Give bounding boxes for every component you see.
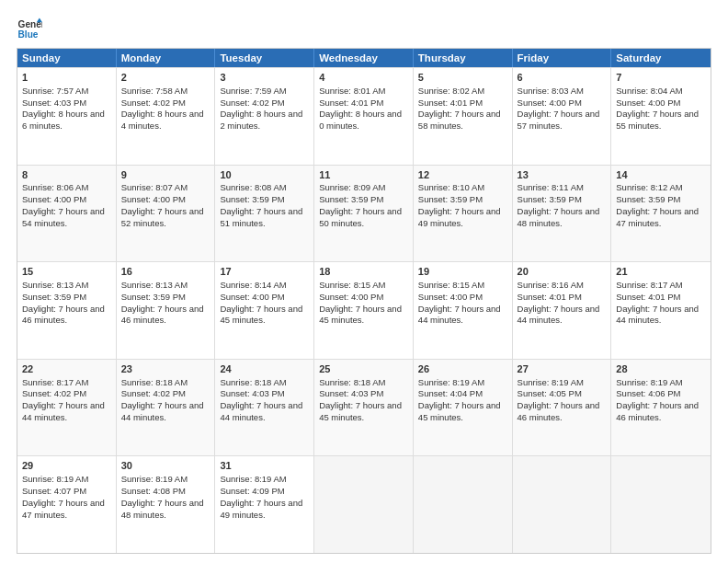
- svg-text:Blue: Blue: [18, 29, 39, 40]
- day-number: 3: [220, 71, 309, 85]
- sunset: Sunset: 4:00 PM: [518, 98, 607, 109]
- daylight: Daylight: 7 hours and 51 minutes.: [220, 206, 309, 230]
- daylight: Daylight: 7 hours and 45 minutes.: [319, 400, 408, 424]
- sunset: Sunset: 4:02 PM: [121, 98, 210, 109]
- sunrise: Sunrise: 8:13 AM: [22, 280, 111, 292]
- daylight: Daylight: 7 hours and 45 minutes.: [319, 304, 408, 327]
- calendar-row: 29Sunrise: 8:19 AMSunset: 4:07 PMDayligh…: [17, 455, 711, 553]
- day-number: 9: [121, 168, 210, 182]
- day-number: 18: [319, 265, 408, 279]
- sunrise: Sunrise: 7:57 AM: [22, 86, 111, 98]
- calendar-cell: 29Sunrise: 8:19 AMSunset: 4:07 PMDayligh…: [17, 456, 117, 553]
- daylight: Daylight: 7 hours and 46 minutes.: [121, 304, 210, 327]
- day-number: 1: [22, 71, 111, 85]
- sunrise: Sunrise: 8:03 AM: [518, 86, 607, 98]
- sunrise: Sunrise: 8:12 AM: [616, 182, 706, 194]
- sunrise: Sunrise: 8:17 AM: [616, 280, 706, 292]
- weekday-header: Wednesday: [314, 49, 414, 67]
- calendar-cell: 27Sunrise: 8:19 AMSunset: 4:05 PMDayligh…: [513, 360, 612, 456]
- sunrise: Sunrise: 8:11 AM: [518, 182, 607, 194]
- day-number: 29: [22, 459, 111, 473]
- daylight: Daylight: 7 hours and 44 minutes.: [418, 304, 507, 327]
- day-number: 12: [418, 168, 507, 182]
- day-number: 10: [220, 168, 309, 182]
- day-number: 14: [616, 168, 706, 182]
- daylight: Daylight: 7 hours and 47 minutes.: [22, 498, 111, 522]
- day-number: 6: [518, 71, 607, 85]
- sunset: Sunset: 4:01 PM: [319, 98, 408, 109]
- weekday-header: Sunday: [17, 49, 117, 67]
- day-number: 30: [121, 459, 210, 473]
- daylight: Daylight: 7 hours and 46 minutes.: [22, 304, 111, 327]
- calendar-cell: 13Sunrise: 8:11 AMSunset: 3:59 PMDayligh…: [513, 166, 612, 262]
- sunset: Sunset: 3:59 PM: [518, 194, 607, 206]
- day-number: 13: [518, 168, 607, 182]
- daylight: Daylight: 7 hours and 44 minutes.: [121, 400, 210, 424]
- day-number: 19: [418, 265, 507, 279]
- calendar-cell: 19Sunrise: 8:15 AMSunset: 4:00 PMDayligh…: [414, 262, 513, 359]
- daylight: Daylight: 8 hours and 0 minutes.: [319, 109, 408, 132]
- day-number: 25: [319, 362, 408, 376]
- day-number: 2: [121, 71, 210, 85]
- calendar-cell: 9Sunrise: 8:07 AMSunset: 4:00 PMDaylight…: [117, 166, 216, 262]
- sunset: Sunset: 4:03 PM: [319, 388, 408, 400]
- calendar-row: 8Sunrise: 8:06 AMSunset: 4:00 PMDaylight…: [17, 165, 711, 262]
- sunrise: Sunrise: 8:10 AM: [418, 182, 507, 194]
- weekday-header: Saturday: [611, 49, 711, 67]
- sunset: Sunset: 4:07 PM: [22, 486, 111, 498]
- daylight: Daylight: 7 hours and 50 minutes.: [319, 206, 408, 230]
- sunset: Sunset: 4:00 PM: [220, 292, 309, 304]
- sunset: Sunset: 3:59 PM: [418, 194, 507, 206]
- sunrise: Sunrise: 7:58 AM: [121, 86, 210, 98]
- day-number: 8: [22, 168, 111, 182]
- daylight: Daylight: 7 hours and 45 minutes.: [220, 304, 309, 327]
- empty-cell: [513, 456, 612, 553]
- sunrise: Sunrise: 8:07 AM: [121, 182, 210, 194]
- sunrise: Sunrise: 8:09 AM: [319, 182, 408, 194]
- sunset: Sunset: 4:03 PM: [22, 98, 111, 109]
- sunrise: Sunrise: 8:18 AM: [121, 377, 210, 389]
- day-number: 17: [220, 265, 309, 279]
- empty-cell: [314, 456, 414, 553]
- day-number: 21: [616, 265, 706, 279]
- day-number: 11: [319, 168, 408, 182]
- day-number: 7: [616, 71, 706, 85]
- daylight: Daylight: 7 hours and 44 minutes.: [220, 400, 309, 424]
- sunset: Sunset: 4:04 PM: [418, 388, 507, 400]
- calendar-body: 1Sunrise: 7:57 AMSunset: 4:03 PMDaylight…: [17, 67, 711, 553]
- calendar-cell: 17Sunrise: 8:14 AMSunset: 4:00 PMDayligh…: [215, 262, 314, 359]
- daylight: Daylight: 7 hours and 47 minutes.: [616, 206, 706, 230]
- calendar-row: 15Sunrise: 8:13 AMSunset: 3:59 PMDayligh…: [17, 261, 711, 359]
- daylight: Daylight: 7 hours and 55 minutes.: [616, 109, 706, 132]
- daylight: Daylight: 7 hours and 52 minutes.: [121, 206, 210, 230]
- day-number: 5: [418, 71, 507, 85]
- daylight: Daylight: 7 hours and 57 minutes.: [518, 109, 607, 132]
- sunset: Sunset: 4:00 PM: [22, 194, 111, 206]
- day-number: 26: [418, 362, 507, 376]
- sunrise: Sunrise: 8:17 AM: [22, 377, 111, 389]
- sunrise: Sunrise: 8:08 AM: [220, 182, 309, 194]
- logo: General Blue: [17, 17, 42, 42]
- calendar-cell: 18Sunrise: 8:15 AMSunset: 4:00 PMDayligh…: [314, 262, 414, 359]
- daylight: Daylight: 7 hours and 49 minutes.: [418, 206, 507, 230]
- calendar-cell: 1Sunrise: 7:57 AMSunset: 4:03 PMDaylight…: [17, 68, 117, 165]
- calendar-cell: 7Sunrise: 8:04 AMSunset: 4:00 PMDaylight…: [611, 68, 711, 165]
- calendar-cell: 28Sunrise: 8:19 AMSunset: 4:06 PMDayligh…: [611, 360, 711, 456]
- sunset: Sunset: 4:01 PM: [616, 292, 706, 304]
- calendar-cell: 16Sunrise: 8:13 AMSunset: 3:59 PMDayligh…: [117, 262, 216, 359]
- day-number: 28: [616, 362, 706, 376]
- page: General Blue SundayMondayTuesdayWednesda…: [0, 0, 728, 563]
- sunrise: Sunrise: 8:19 AM: [22, 474, 111, 486]
- daylight: Daylight: 7 hours and 48 minutes.: [518, 206, 607, 230]
- empty-cell: [611, 456, 711, 553]
- sunrise: Sunrise: 8:18 AM: [220, 377, 309, 389]
- sunset: Sunset: 3:59 PM: [22, 292, 111, 304]
- sunrise: Sunrise: 8:04 AM: [616, 86, 706, 98]
- sunset: Sunset: 4:09 PM: [220, 486, 309, 498]
- calendar-cell: 24Sunrise: 8:18 AMSunset: 4:03 PMDayligh…: [215, 360, 314, 456]
- calendar-cell: 2Sunrise: 7:58 AMSunset: 4:02 PMDaylight…: [117, 68, 216, 165]
- calendar-row: 22Sunrise: 8:17 AMSunset: 4:02 PMDayligh…: [17, 359, 711, 456]
- daylight: Daylight: 7 hours and 44 minutes.: [518, 304, 607, 327]
- weekday-header: Monday: [117, 49, 216, 67]
- sunset: Sunset: 4:00 PM: [121, 194, 210, 206]
